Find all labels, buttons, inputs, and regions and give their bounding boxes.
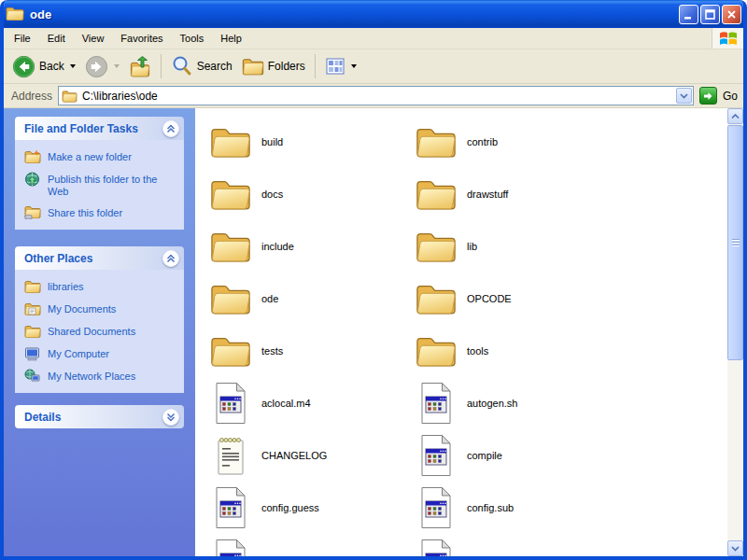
publish-folder-link[interactable]: Publish this folder to the Web xyxy=(24,172,178,198)
menu-file[interactable]: File xyxy=(6,30,39,47)
file-and-folder-tasks-header[interactable]: File and Folder Tasks xyxy=(15,117,184,140)
go-arrow-icon xyxy=(702,91,713,102)
folder-item-build[interactable]: build xyxy=(208,116,414,168)
menu-view[interactable]: View xyxy=(74,30,113,47)
scroll-up-button[interactable] xyxy=(727,108,743,124)
folder-icon xyxy=(414,276,458,321)
chevron-up-icon xyxy=(731,114,740,119)
file-list-area[interactable]: build contrib docs drawstuff include xyxy=(195,108,743,556)
go-label[interactable]: Go xyxy=(723,90,738,103)
folder-icon xyxy=(24,279,41,294)
folder-item-docs[interactable]: docs xyxy=(208,168,414,220)
folder-icon xyxy=(414,224,458,269)
file-item-config-sub[interactable]: config.sub xyxy=(414,482,619,534)
address-label: Address xyxy=(11,90,52,103)
chevron-down-icon xyxy=(166,413,176,422)
file-item-compile[interactable]: compile xyxy=(414,429,619,482)
scroll-down-button[interactable] xyxy=(727,540,743,556)
new-folder-icon xyxy=(24,149,41,164)
folder-item-include[interactable]: include xyxy=(208,220,414,273)
menubar: File Edit View Favorites Tools Help xyxy=(4,28,743,49)
forward-dropdown-arrow xyxy=(114,64,120,68)
menu-edit[interactable]: Edit xyxy=(39,30,74,47)
generic-file-icon xyxy=(414,538,458,556)
close-icon xyxy=(726,9,737,20)
folder-icon xyxy=(208,276,253,321)
address-folder-icon xyxy=(62,90,78,103)
my-network-places-link[interactable]: My Network Places xyxy=(24,369,178,384)
address-input[interactable]: C:\libraries\ode xyxy=(58,86,694,105)
go-button[interactable] xyxy=(699,87,717,105)
folder-icon xyxy=(208,172,253,217)
generic-file-icon xyxy=(414,381,458,426)
task-pane-sidebar: File and Folder Tasks Make a new folder xyxy=(4,108,195,556)
details-header[interactable]: Details xyxy=(15,405,184,428)
views-button[interactable] xyxy=(320,53,361,79)
file-item-changelog[interactable]: CHANGELOG xyxy=(208,429,414,482)
forward-icon xyxy=(85,55,108,78)
folder-icon xyxy=(414,329,458,373)
item-label: OPCODE xyxy=(467,293,512,304)
search-icon xyxy=(171,55,193,77)
item-label: autogen.sh xyxy=(467,398,517,409)
libraries-link[interactable]: libraries xyxy=(24,279,178,294)
item-label: configure.in xyxy=(467,554,520,556)
vertical-scrollbar[interactable] xyxy=(727,108,743,556)
folder-icon xyxy=(208,224,253,269)
address-value[interactable]: C:\libraries\ode xyxy=(82,90,676,103)
maximize-button[interactable] xyxy=(700,5,720,24)
folder-item-tools[interactable]: tools xyxy=(414,325,619,377)
folder-item-drawstuff[interactable]: drawstuff xyxy=(414,168,619,220)
forward-button[interactable] xyxy=(80,52,124,81)
file-item-configure[interactable]: configure xyxy=(208,534,414,556)
task-label: Publish this folder to the Web xyxy=(48,172,178,198)
folder-item-opcode[interactable]: OPCODE xyxy=(414,273,619,325)
item-label: docs xyxy=(261,189,283,200)
address-dropdown-button[interactable] xyxy=(676,88,692,104)
back-label: Back xyxy=(39,60,64,73)
collapse-panel-button[interactable] xyxy=(162,120,179,137)
menu-tools[interactable]: Tools xyxy=(172,30,213,47)
titlebar[interactable]: ode xyxy=(0,0,747,28)
folders-button[interactable]: Folders xyxy=(237,53,310,79)
folder-item-contrib[interactable]: contrib xyxy=(414,116,619,168)
file-and-folder-tasks-panel: File and Folder Tasks Make a new folder xyxy=(15,117,184,230)
back-icon xyxy=(12,55,35,78)
scrollbar-thumb[interactable] xyxy=(727,125,743,360)
views-dropdown-arrow[interactable] xyxy=(351,64,357,68)
up-button[interactable] xyxy=(124,52,156,80)
close-button[interactable] xyxy=(722,5,741,24)
item-label: aclocal.m4 xyxy=(261,398,311,409)
folder-icon xyxy=(414,119,458,164)
file-item-config-guess[interactable]: config.guess xyxy=(208,482,414,534)
folder-item-ode[interactable]: ode xyxy=(208,273,414,325)
folder-item-lib[interactable]: lib xyxy=(414,220,619,273)
chevron-down-icon xyxy=(731,546,740,552)
my-computer-link[interactable]: My Computer xyxy=(24,346,178,361)
other-places-header[interactable]: Other Places xyxy=(15,246,184,270)
make-new-folder-link[interactable]: Make a new folder xyxy=(24,149,178,164)
toolbar-separator xyxy=(315,54,316,78)
task-label: My Network Places xyxy=(48,369,135,383)
file-item-autogen-sh[interactable]: autogen.sh xyxy=(414,377,619,429)
back-button[interactable]: Back xyxy=(7,52,80,81)
menu-favorites[interactable]: Favorites xyxy=(112,30,171,47)
shared-documents-link[interactable]: Shared Documents xyxy=(24,324,178,339)
collapse-panel-button[interactable] xyxy=(162,250,179,267)
file-item-aclocal-m4[interactable]: aclocal.m4 xyxy=(208,377,414,429)
item-label: ode xyxy=(261,293,278,304)
search-button[interactable]: Search xyxy=(166,52,237,80)
item-label: compile xyxy=(467,450,502,461)
item-label: drawstuff xyxy=(467,189,508,200)
share-folder-icon xyxy=(24,205,41,220)
my-documents-link[interactable]: My Documents xyxy=(24,301,178,316)
back-dropdown-arrow[interactable] xyxy=(70,64,76,68)
share-folder-link[interactable]: Share this folder xyxy=(24,205,178,220)
file-item-configure-in[interactable]: configure.in xyxy=(414,534,619,556)
my-computer-icon xyxy=(24,346,41,361)
shared-documents-icon xyxy=(24,324,41,339)
menu-help[interactable]: Help xyxy=(212,30,250,47)
folder-item-tests[interactable]: tests xyxy=(208,325,414,377)
minimize-button[interactable] xyxy=(679,5,698,24)
expand-panel-button[interactable] xyxy=(162,409,179,426)
